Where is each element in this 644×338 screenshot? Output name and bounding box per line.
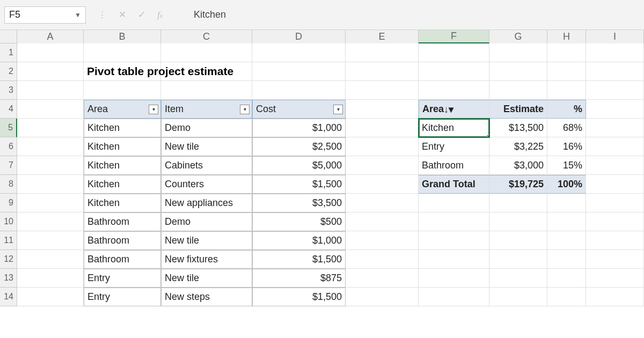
src-cost[interactable]: $1,500 bbox=[252, 288, 346, 306]
src-cost[interactable]: $500 bbox=[252, 212, 346, 231]
cell-H11[interactable] bbox=[547, 231, 586, 250]
src-cost[interactable]: $1,000 bbox=[252, 119, 346, 137]
row-header-1[interactable]: 1 bbox=[0, 43, 17, 62]
cell-F3[interactable] bbox=[419, 81, 489, 100]
pvt-pct[interactable]: 16% bbox=[547, 137, 586, 156]
src-area[interactable]: Bathroom bbox=[84, 212, 161, 231]
cell-I6[interactable] bbox=[586, 137, 644, 156]
src-item[interactable]: Demo bbox=[161, 119, 252, 137]
pvt-total-estimate[interactable]: $19,725 bbox=[489, 175, 547, 194]
cell-I5[interactable] bbox=[586, 119, 644, 137]
cell-B1[interactable] bbox=[84, 43, 161, 62]
cell-A5[interactable] bbox=[17, 119, 84, 137]
cell-G2[interactable] bbox=[489, 62, 547, 81]
cell-A3[interactable] bbox=[17, 81, 84, 100]
cell-E4[interactable] bbox=[346, 100, 419, 119]
column-header-D[interactable]: D bbox=[252, 30, 346, 43]
select-all-corner[interactable] bbox=[0, 30, 17, 43]
cell-E5[interactable] bbox=[346, 119, 419, 137]
pvt-estimate[interactable]: $3,000 bbox=[489, 156, 547, 175]
cells-area[interactable]: Pivot table project estimateArea▾Item▾Co… bbox=[17, 43, 644, 306]
src-item[interactable]: New appliances bbox=[161, 194, 252, 212]
pvt-total-pct[interactable]: 100% bbox=[547, 175, 586, 194]
cell-F14[interactable] bbox=[419, 288, 489, 306]
column-header-C[interactable]: C bbox=[161, 30, 252, 43]
cell-E13[interactable] bbox=[346, 269, 419, 288]
src-area[interactable]: Entry bbox=[84, 288, 161, 306]
selection-handle[interactable] bbox=[487, 135, 489, 137]
src-item[interactable]: New tile bbox=[161, 231, 252, 250]
pvt-header-estimate[interactable]: Estimate bbox=[489, 100, 547, 119]
cell-I14[interactable] bbox=[586, 288, 644, 306]
row-header-2[interactable]: 2 bbox=[0, 62, 17, 81]
cell-I2[interactable] bbox=[586, 62, 644, 81]
filter-icon[interactable]: ▾ bbox=[240, 105, 250, 114]
cell-G9[interactable] bbox=[489, 194, 547, 212]
column-header-G[interactable]: G bbox=[489, 30, 547, 43]
cell-I13[interactable] bbox=[586, 269, 644, 288]
cell-H1[interactable] bbox=[547, 43, 586, 62]
row-header-5[interactable]: 5 bbox=[0, 119, 17, 137]
cell-A6[interactable] bbox=[17, 137, 84, 156]
pvt-area[interactable]: Bathroom bbox=[419, 156, 489, 175]
src-cost[interactable]: $1,500 bbox=[252, 175, 346, 194]
row-header-14[interactable]: 14 bbox=[0, 288, 17, 306]
cell-H10[interactable] bbox=[547, 212, 586, 231]
cell-E1[interactable] bbox=[346, 43, 419, 62]
pvt-header-pct[interactable]: % bbox=[547, 100, 586, 119]
pvt-pct[interactable]: 68% bbox=[547, 119, 586, 137]
row-header-11[interactable]: 11 bbox=[0, 231, 17, 250]
src-item[interactable]: Demo bbox=[161, 212, 252, 231]
row-header-13[interactable]: 13 bbox=[0, 269, 17, 288]
src-area[interactable]: Bathroom bbox=[84, 231, 161, 250]
cell-E3[interactable] bbox=[346, 81, 419, 100]
cell-D2[interactable] bbox=[252, 62, 346, 81]
fx-icon[interactable]: fx bbox=[157, 10, 163, 20]
cell-I8[interactable] bbox=[586, 175, 644, 194]
src-item[interactable]: New steps bbox=[161, 288, 252, 306]
src-cost[interactable]: $1,500 bbox=[252, 250, 346, 269]
cell-G10[interactable] bbox=[489, 212, 547, 231]
pvt-pct[interactable]: 15% bbox=[547, 156, 586, 175]
cell-H9[interactable] bbox=[547, 194, 586, 212]
cell-G14[interactable] bbox=[489, 288, 547, 306]
cell-A7[interactable] bbox=[17, 156, 84, 175]
column-header-B[interactable]: B bbox=[84, 30, 161, 43]
cell-I11[interactable] bbox=[586, 231, 644, 250]
cell-B3[interactable] bbox=[84, 81, 161, 100]
cell-F13[interactable] bbox=[419, 269, 489, 288]
cell-A14[interactable] bbox=[17, 288, 84, 306]
filter-icon[interactable]: ▾ bbox=[149, 105, 158, 114]
cell-G1[interactable] bbox=[489, 43, 547, 62]
pvt-header-area[interactable]: Area↓▾ bbox=[419, 100, 489, 119]
cell-C3[interactable] bbox=[161, 81, 252, 100]
column-header-I[interactable]: I bbox=[586, 30, 644, 43]
check-icon[interactable]: ✓ bbox=[138, 9, 145, 20]
cell-H3[interactable] bbox=[547, 81, 586, 100]
cell-E12[interactable] bbox=[346, 250, 419, 269]
cell-E10[interactable] bbox=[346, 212, 419, 231]
src-cost[interactable]: $5,000 bbox=[252, 156, 346, 175]
src-area[interactable]: Entry bbox=[84, 269, 161, 288]
cell-E6[interactable] bbox=[346, 137, 419, 156]
cell-H2[interactable] bbox=[547, 62, 586, 81]
filter-icon[interactable]: ▾ bbox=[333, 105, 343, 114]
src-area[interactable]: Kitchen bbox=[84, 194, 161, 212]
row-header-9[interactable]: 9 bbox=[0, 194, 17, 212]
cell-H14[interactable] bbox=[547, 288, 586, 306]
cell-A8[interactable] bbox=[17, 175, 84, 194]
row-header-12[interactable]: 12 bbox=[0, 250, 17, 269]
cell-A9[interactable] bbox=[17, 194, 84, 212]
cell-E8[interactable] bbox=[346, 175, 419, 194]
column-header-E[interactable]: E bbox=[346, 30, 419, 43]
cell-C1[interactable] bbox=[161, 43, 252, 62]
formula-input[interactable] bbox=[174, 6, 640, 24]
cell-F2[interactable] bbox=[419, 62, 489, 81]
cell-F11[interactable] bbox=[419, 231, 489, 250]
src-item[interactable]: New tile bbox=[161, 137, 252, 156]
src-cost[interactable]: $3,500 bbox=[252, 194, 346, 212]
cell-A13[interactable] bbox=[17, 269, 84, 288]
column-header-F[interactable]: F bbox=[419, 30, 489, 43]
src-cost[interactable]: $1,000 bbox=[252, 231, 346, 250]
src-area[interactable]: Kitchen bbox=[84, 137, 161, 156]
